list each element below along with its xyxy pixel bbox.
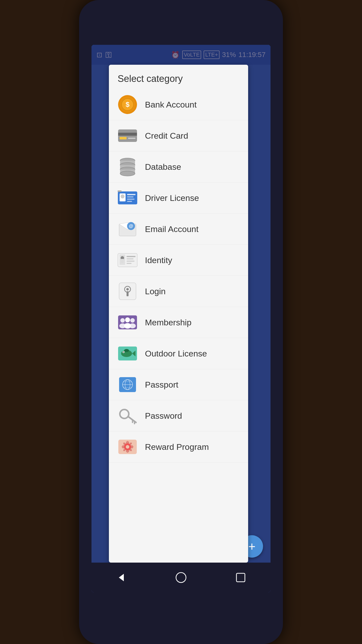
phone-screen: ⊡ ⚿ ⏰ VoLTE LTE+ 31% 11:19:57 + Select c… [91,45,271,592]
svg-rect-68 [236,573,245,582]
category-item-bank-account[interactable]: $ Bank Account [109,89,248,120]
outdoor-license-icon [118,344,138,364]
svg-point-15 [121,194,125,198]
membership-label: Membership [145,318,191,327]
category-item-password[interactable]: Password [109,400,248,432]
credit-card-icon [118,126,138,146]
home-button[interactable] [171,568,191,588]
phone-container: ⊡ ⚿ ⏰ VoLTE LTE+ 31% 11:19:57 + Select c… [79,0,283,644]
svg-text:@: @ [129,224,133,228]
identity-icon [118,250,138,270]
reward-program-label: Reward Program [145,442,209,452]
svg-rect-19 [127,199,135,200]
login-icon [118,281,138,301]
svg-point-12 [120,171,135,176]
reward-program-icon [118,437,138,457]
svg-rect-34 [127,291,129,296]
database-icon [118,157,138,177]
svg-marker-66 [119,574,124,581]
svg-point-41 [130,318,135,322]
svg-rect-4 [120,137,127,140]
email-account-icon: @ [118,219,138,239]
email-account-label: Email Account [145,224,198,234]
category-item-credit-card[interactable]: Credit Card [109,120,248,151]
svg-rect-27 [121,259,124,263]
category-item-membership[interactable]: Membership [109,307,248,338]
svg-rect-16 [118,190,122,192]
svg-point-67 [176,572,186,582]
category-item-login[interactable]: Login [109,276,248,307]
category-item-reward-program[interactable]: Reward Program [109,432,248,462]
svg-text:$: $ [126,100,130,108]
bottom-nav [91,562,271,592]
svg-point-55 [120,410,129,418]
category-item-outdoor-license[interactable]: Outdoor License [109,338,248,369]
svg-rect-17 [127,194,136,195]
bank-account-label: Bank Account [145,100,197,110]
category-modal: Select category $ Bank Account [109,65,248,562]
credit-card-label: Credit Card [145,131,188,141]
bank-icon-graphic: $ [118,95,137,114]
identity-label: Identity [145,256,172,265]
svg-rect-3 [118,133,137,136]
category-item-identity[interactable]: Identity [109,245,248,276]
back-button[interactable] [111,568,131,588]
passport-label: Passport [145,380,178,390]
membership-icon [118,312,138,332]
login-label: Login [145,286,166,296]
recent-button[interactable] [231,568,251,588]
svg-point-35 [126,288,129,290]
svg-rect-31 [127,263,132,264]
svg-rect-29 [127,258,134,260]
passport-icon [118,375,138,394]
password-icon [118,406,138,426]
database-label: Database [145,162,181,172]
svg-rect-18 [127,196,134,198]
category-item-driver-license[interactable]: Driver License [109,182,248,214]
svg-point-37 [120,318,125,322]
svg-point-47 [123,352,124,352]
svg-rect-20 [127,201,132,202]
category-item-database[interactable]: Database [109,151,248,182]
svg-rect-28 [127,256,136,257]
category-list: $ Bank Account [109,89,248,462]
modal-title: Select category [109,65,248,89]
category-item-passport[interactable]: Passport [109,369,248,400]
password-label: Password [145,411,182,421]
bank-account-icon: $ [118,94,138,114]
svg-rect-30 [127,261,135,262]
driver-license-label: Driver License [145,193,199,203]
driver-license-icon [118,188,138,208]
svg-point-42 [129,323,136,328]
category-item-email-account[interactable]: @ Email Account [109,214,248,245]
svg-rect-5 [128,138,136,139]
svg-point-48 [124,349,129,352]
svg-point-39 [125,318,130,322]
svg-point-65 [126,445,129,448]
outdoor-license-label: Outdoor License [145,349,207,358]
